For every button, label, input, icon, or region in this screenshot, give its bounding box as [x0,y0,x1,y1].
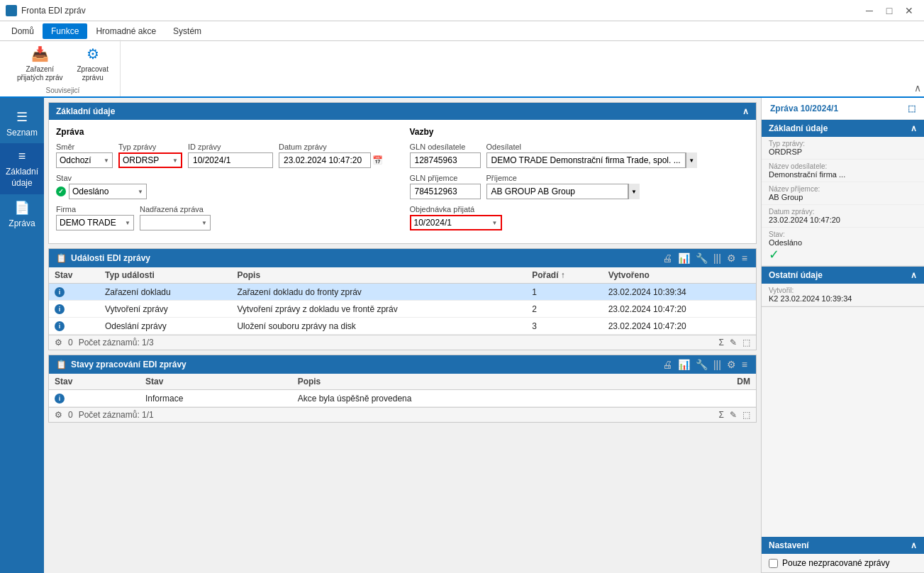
events-status-bar: ⚙ 0 Počet záznamů: 1/3 Σ ✎ ⬚ [49,335,756,350]
table-row[interactable]: i Odeslání zprávy Uložení souboru zprávy… [49,318,756,335]
typ-zpravy-arrow: ▼ [172,157,178,164]
maximize-button[interactable]: □ [880,2,898,19]
stav-select[interactable]: Odesláno ▼ [69,184,147,199]
typ-zpravy-value: ORDRSP [123,155,159,165]
right-panel-ext-btn[interactable]: ⬚ [908,104,915,113]
col-vytvoreno[interactable]: Vytvořeno [603,267,756,284]
section-events: 📋 Události EDI zprávy 🖨 📊 🔧 ||| ⚙ ≡ St [48,248,757,350]
events-edit-icon[interactable]: ✎ [730,338,737,347]
prijemce-arrow-btn[interactable]: ▼ [628,184,640,199]
menu-bar: Domů Funkce Hromadné akce Systém [0,21,924,41]
fg-odesilatel: Odesílatel DEMO TRADE Demonstrační firma… [486,143,697,168]
prijemce-input[interactable]: AB GROUP AB Group [486,184,628,199]
id-zpravy-label: ID zprávy [188,143,273,151]
col-poradi[interactable]: Pořadí ↑ [526,267,603,284]
right-field-vytvoril: Vytvořil: K2 23.02.2024 10:39:34 [762,284,924,306]
right-typ-value: ORDRSP [769,148,917,156]
close-button[interactable]: ✕ [900,2,918,19]
processing-menu-btn[interactable]: ≡ [740,359,749,370]
pcol-popis[interactable]: Popis [292,374,680,390]
sidebar-item-seznam[interactable]: ☰ Seznam [0,104,44,143]
fg-datum-zpravy: Datum zprávy 23.02.2024 10:47:20 📅 [279,143,383,168]
form-row-stav: Stav ✓ Odesláno ▼ [56,174,396,199]
ribbon-collapse-btn[interactable]: ∧ [914,82,921,94]
processing-chart-btn[interactable]: 📊 [677,359,691,370]
right-section-ostatni-header[interactable]: Ostatní údaje ∧ [762,267,924,284]
menu-funkce[interactable]: Funkce [43,23,87,39]
processing-gear-icon[interactable]: ⚙ [55,410,62,420]
gln-prijemce-input[interactable]: 784512963 [410,184,481,199]
processing-settings-btn[interactable]: ⚙ [725,359,737,370]
processing-filter-btn[interactable]: 🔧 [694,359,709,370]
events-chart-btn[interactable]: 📊 [677,252,691,264]
prow-dm [680,390,756,407]
ribbon-group-label: Souvisejicí [46,87,80,96]
table-row[interactable]: i Informace Akce byla úspěšně provedena [49,390,756,407]
calendar-icon[interactable]: 📅 [372,155,383,165]
table-row[interactable]: i Vytvoření zprávy Vytvoření zprávy z do… [49,301,756,318]
menu-hromadne[interactable]: Hromadné akce [87,23,165,39]
sidebar-item-zprava[interactable]: 📄 Zpráva [0,194,44,234]
processing-cols-btn[interactable]: ||| [712,359,723,370]
processing-export-icon[interactable]: ⬚ [742,410,750,420]
events-menu-btn[interactable]: ≡ [740,252,749,264]
right-section-zakladni-header[interactable]: Základní údaje ∧ [762,120,924,137]
sidebar-item-zprava-label: Zpráva [9,218,35,228]
nezpracovane-checkbox[interactable] [769,559,778,568]
vazby-heading: Vazby [410,127,750,137]
gln-prijemce-label: GLN příjemce [410,174,481,182]
right-section-ostatni: Ostatní údaje ∧ Vytvořil: K2 23.02.2024 … [762,267,924,307]
table-row[interactable]: i Zařazení dokladu Zařazení dokladu do f… [49,284,756,301]
pcol-dm[interactable]: DM [680,374,756,390]
nadrazena-select[interactable]: ▼ [140,215,211,230]
processing-toolbar: 🖨 📊 🔧 ||| ⚙ ≡ [661,359,749,370]
typ-zpravy-select[interactable]: ORDRSP ▼ [118,152,182,168]
events-cols-btn[interactable]: ||| [712,252,723,264]
nadrazena-label: Nadřazená zpráva [140,205,211,213]
right-panel-title: Zpráva 10/2024/1 ⬚ [762,98,924,120]
objednavka-select[interactable]: 10/2024/1 ▼ [410,215,502,230]
menu-domu[interactable]: Domů [3,23,43,39]
events-sum-icon[interactable]: Σ [719,338,724,347]
sidebar-item-zakladni[interactable]: ≡ Základníúdaje [0,143,44,194]
ribbon-btn-zarazeni[interactable]: 📥 Zařazenípřijatých zpráv [11,40,68,85]
col-stav[interactable]: Stav [49,267,99,284]
minimize-button[interactable]: ─ [860,2,879,19]
id-zpravy-value: 10/2024/1 [193,155,230,165]
pcol-stav1[interactable]: Stav [49,374,140,390]
events-gear-icon[interactable]: ⚙ [55,338,62,347]
col-popis[interactable]: Popis [231,267,526,284]
ribbon-btn-zpracovat[interactable]: ⚙ Zpracovatzprávu [71,40,113,85]
datum-zpravy-value: 23.02.2024 10:47:20 [284,155,362,165]
smer-select[interactable]: Odchozí ▼ [56,152,113,168]
id-zpravy-input[interactable]: 10/2024/1 [188,152,273,168]
right-stav-label: Stav: [769,230,917,238]
events-export-icon[interactable]: ⬚ [742,338,750,347]
smer-label: Směr [56,143,113,151]
odesilatel-input[interactable]: DEMO TRADE Demonstrační firma Trade, spo… [486,152,686,168]
zprava-col: Zpráva Směr Odchozí ▼ Typ z [56,127,396,236]
gln-odesilatel-input[interactable]: 128745963 [410,152,481,168]
section-zakladni-collapse[interactable]: ∧ [742,106,749,116]
menu-system[interactable]: Systém [165,23,210,39]
zarazeni-icon: 📥 [28,43,51,65]
col-typ-udalosti[interactable]: Typ události [99,267,232,284]
smer-arrow: ▼ [104,157,109,164]
events-settings-btn[interactable]: ⚙ [725,252,737,264]
processing-print-btn[interactable]: 🖨 [661,359,674,370]
events-table-wrapper: Stav Typ události Popis Pořadí ↑ Vytvoře… [49,267,756,335]
fg-stav: Stav ✓ Odesláno ▼ [56,174,147,199]
content-area: Základní údaje ∧ Zpráva Směr Odcho [44,98,761,573]
firma-select[interactable]: DEMO TRADE ▼ [56,215,134,230]
processing-edit-icon[interactable]: ✎ [730,410,737,420]
odesilatel-arrow-btn[interactable]: ▼ [686,152,697,168]
section-processing-title: 📋 Stavy zpracování EDI zprávy [56,360,187,369]
datum-zpravy-input[interactable]: 23.02.2024 10:47:20 [279,152,371,168]
stav-value: Odesláno [72,187,108,196]
events-print-btn[interactable]: 🖨 [661,252,674,264]
processing-sum-icon[interactable]: Σ [719,410,724,420]
right-datum-value: 23.02.2024 10:47:20 [769,216,917,224]
pcol-stav2[interactable]: Stav [140,374,292,390]
events-filter-btn[interactable]: 🔧 [694,252,709,264]
right-section-nastaveni-header[interactable]: Nastavení ∧ [762,537,924,554]
